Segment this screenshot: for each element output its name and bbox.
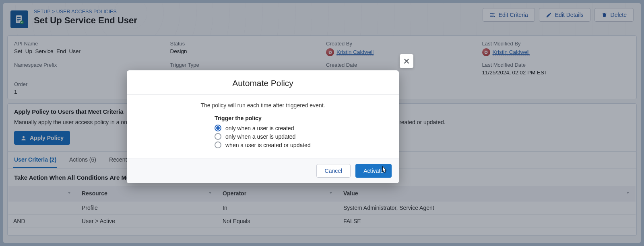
radio-icon	[215, 133, 221, 140]
radio-option-created-or-updated[interactable]: when a user is created or updated	[215, 141, 383, 149]
activate-button[interactable]: Activate	[355, 164, 392, 178]
automate-policy-modal: Automate Policy The policy will run each…	[127, 70, 399, 183]
radio-option-updated[interactable]: only when a user is updated	[215, 132, 383, 141]
close-icon	[402, 57, 411, 65]
modal-subtitle: The policy will run each time after trig…	[143, 102, 383, 109]
radio-option-created[interactable]: only when a user is created	[215, 124, 383, 132]
trigger-label: Trigger the policy	[215, 115, 383, 121]
modal-title: Automate Policy	[127, 70, 399, 95]
close-button[interactable]	[400, 54, 413, 68]
cancel-button[interactable]: Cancel	[316, 164, 351, 178]
radio-icon	[215, 141, 221, 148]
radio-icon	[215, 125, 221, 131]
